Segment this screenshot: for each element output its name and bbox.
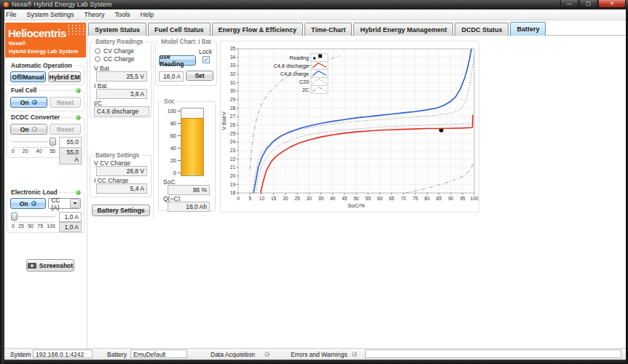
electronic-load-label: Electronic Load (9, 189, 60, 196)
slider-scale-label: 0 (12, 223, 15, 229)
tab-energy-flow-efficiency[interactable]: Energy Flow & Efficiency (212, 23, 304, 36)
tab-battery[interactable]: Battery (510, 22, 546, 36)
capacity-value: 18,0 Ah (168, 202, 210, 212)
gauge-tick-label: 100 (162, 108, 181, 114)
svg-text:70: 70 (401, 196, 407, 201)
fuel-cell-on-button[interactable]: On (10, 97, 47, 108)
gauge-tick-label: 60 (162, 132, 181, 138)
electronic-load-on-label: On (20, 200, 28, 207)
load-slider-track[interactable] (12, 216, 55, 218)
svg-text:15: 15 (271, 196, 277, 201)
load-slider-thumb[interactable] (11, 213, 17, 221)
data-acquisition-label: Data Acquisition (211, 351, 255, 358)
model-chart-title: Model Chart: I Bat (159, 38, 213, 45)
chevron-down-icon[interactable] (70, 199, 79, 208)
vcv-charge-value: 28,8 V (96, 166, 147, 176)
load-current-slider[interactable] (10, 213, 57, 221)
soc-gauge-fill (181, 118, 203, 175)
use-reading-button[interactable]: use Reading (159, 55, 196, 66)
svg-text:30: 30 (307, 196, 313, 201)
load-current-readback: 1,0 A (59, 222, 82, 232)
battery-status-label: Battery (107, 351, 127, 358)
menu-help[interactable]: Help (136, 9, 160, 20)
tab-hybrid-energy-management[interactable]: Hybrid Energy Management (353, 23, 453, 36)
system-address-field[interactable]: 192.168.0.1:4242 (33, 349, 93, 358)
load-mode-value: CC (A) (49, 197, 69, 211)
dcdc-reset-button[interactable]: Reset (50, 124, 81, 135)
dcdc-slider-track[interactable] (12, 141, 55, 143)
load-current-input[interactable]: 1,0 A (59, 212, 82, 222)
svg-text:0: 0 (237, 196, 240, 201)
off-manual-button[interactable]: Off/Manual (10, 71, 46, 82)
lock-label: Lock (199, 48, 212, 55)
dcdc-current-slider[interactable] (10, 138, 57, 146)
slider-scale-label: 0 (12, 149, 15, 154)
svg-text:50: 50 (353, 196, 359, 201)
slider-scale-label: 40 (36, 149, 42, 154)
svg-text:40: 40 (330, 196, 336, 201)
svg-text:90: 90 (448, 196, 454, 201)
tab-dcdc-status[interactable]: DCDC Status (455, 23, 509, 36)
fuel-cell-reset-button[interactable]: Reset (50, 97, 81, 108)
tab-time-chart[interactable]: Time-Chart (305, 23, 352, 36)
errors-warnings-label: Errors and Warnings (291, 351, 348, 358)
screenshot-button[interactable]: Screenshot (26, 259, 74, 272)
hybrid-em-button[interactable]: Hybrid EM (48, 71, 81, 82)
ibat-value: 3,8 A (96, 89, 147, 99)
svg-text:30: 30 (230, 88, 236, 93)
dcdc-slider-thumb[interactable] (50, 138, 56, 146)
menu-theory[interactable]: Theory (79, 9, 110, 20)
svg-text:80: 80 (425, 196, 431, 201)
tab-fuel-cell-status[interactable]: Fuel Cell Status (148, 23, 211, 36)
electronic-load-on-button[interactable]: On (10, 198, 46, 209)
dcdc-current-readback: 55,0 A (59, 147, 82, 165)
svg-text:V Bat/V: V Bat/V (221, 111, 227, 130)
minimize-button[interactable]: — (560, 0, 578, 8)
svg-text:32: 32 (230, 71, 236, 76)
slider-scale-label: 75 (37, 223, 43, 229)
message-field[interactable] (365, 349, 621, 358)
svg-text:C4,8 charge: C4,8 charge (280, 71, 309, 77)
battery-model-chart: 0510152025303540455055606570758085909510… (220, 41, 479, 213)
svg-text:35: 35 (318, 196, 324, 201)
svg-text:23: 23 (230, 148, 236, 153)
battery-profile-field[interactable]: EmuDefault (130, 349, 187, 358)
maximize-button[interactable]: ▢ (579, 0, 597, 8)
menu-tools[interactable]: Tools (110, 9, 136, 20)
close-button[interactable]: ✕ (598, 0, 626, 8)
soc-gauge (181, 108, 204, 176)
tabstrip: System StatusFuel Cell StatusEnergy Flow… (88, 22, 547, 36)
svg-text:24: 24 (230, 139, 236, 144)
battery-settings-title: Battery Settings (93, 151, 141, 159)
fuel-cell-status-led (76, 88, 81, 93)
svg-text:35: 35 (230, 46, 236, 51)
svg-text:29: 29 (230, 97, 236, 102)
cc-charge-radio[interactable] (95, 56, 101, 62)
menu-system-settings[interactable]: System Settings (22, 9, 79, 20)
slider-scale-label: 20 (23, 149, 28, 154)
set-button[interactable]: Set (186, 71, 213, 81)
model-current-input[interactable]: 18,0 A (159, 71, 184, 82)
load-mode-dropdown[interactable]: CC (A) (48, 198, 81, 209)
slider-scale-label: 55 (50, 149, 55, 154)
battery-settings-group: Battery Settings V CV Charge 28,8 V I CC… (90, 155, 152, 197)
cv-charge-radio[interactable] (95, 48, 101, 54)
panel-divider (153, 40, 154, 219)
lock-checkbox[interactable]: ✓ (203, 56, 210, 63)
product-subtitle: Hybrid Energy Lab System (5, 47, 86, 55)
titlebar: Nexa® Hybrid Energy Lab System — ▢ ✕ (0, 0, 628, 9)
heliocentris-logo: Heliocentris Nexa® Hybrid Energy Lab Sys… (5, 23, 86, 58)
svg-text:C20: C20 (299, 79, 309, 85)
soc-gauge-scale: 100806040200 (162, 108, 181, 176)
svg-text:25: 25 (294, 196, 300, 201)
svg-text:Reading: Reading (289, 55, 309, 61)
dcdc-on-button[interactable]: On (10, 124, 47, 135)
dcdc-converter-label: DCDC Converter (9, 114, 62, 121)
electronic-load-on-indicator-icon (31, 201, 36, 206)
vbat-value: 25,5 V (96, 71, 147, 82)
battery-settings-button[interactable]: Battery Settings (92, 205, 150, 216)
svg-text:19: 19 (230, 182, 236, 187)
slider-scale-label: 100 (47, 223, 55, 229)
svg-text:95: 95 (460, 196, 466, 201)
tab-system-status[interactable]: System Status (88, 23, 146, 36)
